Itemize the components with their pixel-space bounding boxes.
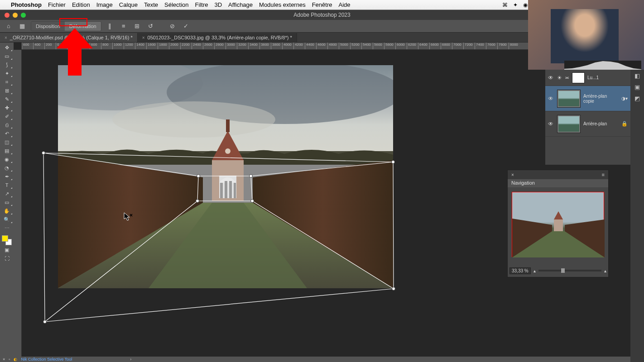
panel-menu-icon[interactable]: ≡ — [602, 172, 605, 177]
warp-handle[interactable] — [43, 320, 47, 324]
warp-handle[interactable] — [196, 199, 199, 203]
ruler-tick: 6600 — [429, 43, 439, 50]
grid-icon[interactable]: ⊞ — [132, 21, 142, 31]
warp-handle[interactable] — [392, 287, 395, 291]
menu-calque[interactable]: Calque — [119, 1, 138, 8]
warp-handle[interactable] — [249, 174, 253, 178]
quickmask-tool[interactable]: ▣ — [1, 246, 13, 254]
straighten-h-icon[interactable]: ≡ — [119, 21, 129, 31]
cancel-icon[interactable]: ⊘ — [168, 21, 178, 31]
warp-handle[interactable] — [42, 151, 45, 155]
visibility-icon[interactable]: 👁 — [548, 121, 554, 127]
close-panel-icon[interactable]: × — [511, 172, 514, 177]
smartobject-icon: ◑▾ — [621, 96, 628, 101]
lasso-tool[interactable]: ⟆ — [1, 61, 13, 69]
document-tab[interactable]: × _ORZ2710-Modifier.psd @ 22,1% (Calque … — [0, 33, 138, 42]
panel-title[interactable]: Navigation — [508, 179, 608, 187]
hand-tool[interactable]: ✋ — [1, 207, 13, 215]
history-brush-tool[interactable]: ↶ — [1, 129, 13, 138]
blur-tool[interactable]: ◉ — [1, 155, 13, 163]
document-canvas[interactable] — [58, 65, 393, 288]
stamp-tool[interactable]: ⎙ — [1, 121, 13, 129]
edit-toolbar[interactable]: ⋯ — [1, 224, 13, 232]
visibility-icon[interactable]: 👁 — [548, 75, 554, 81]
close-tab-icon[interactable]: × — [142, 35, 145, 40]
document-tab[interactable]: × 05012023-_DSC9033.jpg @ 33,3% (Arrière… — [138, 33, 297, 42]
panel-icon[interactable]: ▣ — [634, 84, 640, 90]
layer-row-background[interactable]: 👁 Arrière-plan 🔒 — [545, 111, 630, 137]
layer-thumb[interactable] — [557, 90, 581, 108]
close-icon[interactable]: × — [3, 357, 5, 362]
gradient-tool[interactable]: ▤ — [1, 147, 13, 155]
commit-icon[interactable]: ✓ — [181, 21, 191, 31]
frame-tool[interactable]: ⊞ — [1, 86, 13, 95]
navigation-panel[interactable]: × ≡ Navigation 33,33 % ▴ ▴ — [507, 170, 609, 277]
warp-handle[interactable] — [197, 174, 200, 178]
status-icon[interactable]: ⌘ — [502, 2, 508, 8]
color-swatches[interactable] — [2, 235, 12, 245]
warp-handle[interactable] — [391, 160, 395, 164]
status-icon[interactable]: ✦ — [513, 2, 518, 8]
zoom-in-icon[interactable]: ▴ — [604, 268, 606, 273]
type-tool[interactable]: T — [1, 181, 13, 189]
dodge-tool[interactable]: ◔ — [1, 164, 13, 172]
layer-name[interactable]: Arrière-plan — [583, 121, 619, 126]
zoom-value[interactable]: 33,33 % — [509, 267, 531, 274]
layer-name[interactable]: Arrière-plan copie — [583, 94, 619, 104]
app-name[interactable]: Photoshop — [11, 1, 42, 8]
layer-row-adjustment[interactable]: 👁 ☀ ⫘ Lu...1 — [545, 70, 630, 86]
ruler-tick: 5000 — [339, 43, 348, 50]
menu-fenetre[interactable]: Fenêtre — [312, 1, 332, 8]
scroll-arrow-icon[interactable]: › — [130, 357, 131, 362]
status-icon[interactable]: ◉ — [523, 2, 528, 8]
eyedropper-tool[interactable]: ✎ — [1, 95, 13, 103]
magic-wand-tool[interactable]: ✦ — [1, 69, 13, 77]
warp-handle[interactable] — [250, 199, 254, 203]
disposition-button[interactable]: Disposition — [31, 22, 65, 31]
menu-image[interactable]: Image — [96, 1, 113, 8]
marquee-tool[interactable]: ▭ — [1, 52, 13, 60]
brush-tool[interactable]: ✐ — [1, 112, 13, 120]
navigator-preview[interactable] — [512, 192, 604, 257]
healing-tool[interactable]: ✚ — [1, 104, 13, 112]
panel-icon[interactable]: ◩ — [634, 95, 640, 102]
crop-tool[interactable]: ⌗ — [1, 78, 13, 86]
menu-3d[interactable]: 3D — [214, 1, 222, 8]
maximize-window-button[interactable] — [21, 13, 26, 18]
lock-icon[interactable]: 🔒 — [621, 121, 628, 127]
close-tab-icon[interactable]: × — [5, 35, 7, 40]
screenmode-tool[interactable]: ⛶ — [1, 254, 13, 262]
perspective-warp-icon[interactable]: ▦ — [17, 21, 27, 31]
eraser-tool[interactable]: ◫ — [1, 138, 13, 146]
menu-affichage[interactable]: Affichage — [228, 1, 253, 8]
deformation-button[interactable]: Déformation — [65, 22, 101, 31]
expand-icon[interactable]: ▫ — [9, 357, 10, 362]
zoom-tool[interactable]: 🔍 — [1, 215, 13, 224]
pen-tool[interactable]: ✒ — [1, 172, 13, 181]
menu-filtre[interactable]: Filtre — [195, 1, 208, 8]
menu-fichier[interactable]: Fichier — [48, 1, 66, 8]
menu-aide[interactable]: Aide — [338, 1, 350, 8]
menu-modules[interactable]: Modules externes — [259, 1, 306, 8]
layer-row-copy[interactable]: 👁 Arrière-plan copie ◑▾ — [545, 86, 630, 111]
layer-name[interactable]: Lu...1 — [587, 75, 628, 80]
close-window-button[interactable] — [5, 13, 10, 18]
path-tool[interactable]: ↗ — [1, 190, 13, 198]
menu-selection[interactable]: Sélection — [164, 1, 188, 8]
reset-icon[interactable]: ↺ — [146, 21, 156, 31]
status-text[interactable]: Nik Collection Selective Tool — [21, 357, 72, 362]
zoom-slider[interactable] — [538, 270, 601, 272]
visibility-icon[interactable]: 👁 — [548, 95, 554, 102]
move-tool[interactable]: ✥ — [1, 43, 13, 52]
panel-icon[interactable]: ◧ — [634, 72, 640, 79]
straighten-v-icon[interactable]: ‖ — [105, 21, 115, 31]
foreground-color[interactable] — [2, 235, 8, 242]
minimize-window-button[interactable] — [13, 13, 18, 18]
zoom-out-icon[interactable]: ▴ — [533, 268, 536, 273]
shape-tool[interactable]: ▭ — [1, 198, 13, 206]
menu-texte[interactable]: Texte — [144, 1, 158, 8]
layer-thumb[interactable] — [557, 115, 581, 133]
home-button[interactable]: ⌂ — [4, 21, 14, 31]
layer-mask-thumb[interactable] — [572, 72, 585, 83]
menu-edition[interactable]: Edition — [72, 1, 90, 8]
